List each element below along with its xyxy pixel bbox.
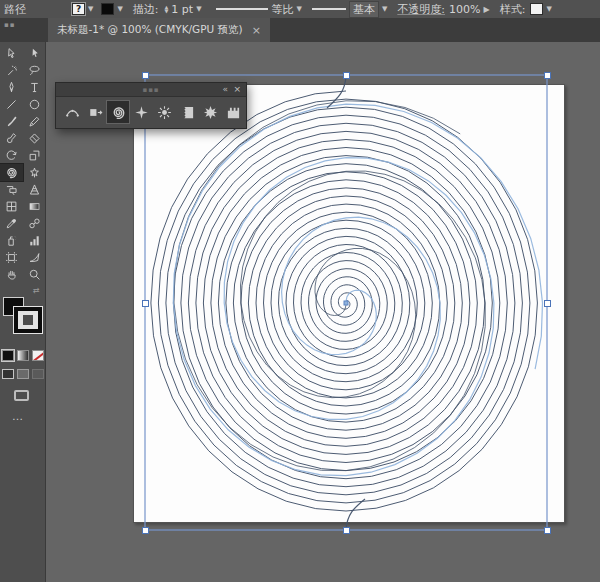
brush-definition-dropdown[interactable]: 基本 bbox=[349, 1, 379, 18]
selection-tool-icon bbox=[5, 47, 18, 60]
toolbar-lasso-tool[interactable] bbox=[23, 62, 46, 79]
liquify-pucker-tool[interactable] bbox=[130, 101, 152, 123]
draw-normal-button[interactable] bbox=[2, 369, 14, 379]
toolbar-free-transform-tool[interactable] bbox=[23, 164, 46, 181]
toolbar-mesh-tool[interactable] bbox=[0, 198, 23, 215]
selection-handle[interactable] bbox=[343, 527, 350, 534]
ellipse-tool-icon bbox=[28, 98, 41, 111]
toolbar-line-segment-tool[interactable] bbox=[0, 96, 23, 113]
fill-stroke-indicator bbox=[0, 295, 46, 347]
toolbar-pen-tool[interactable] bbox=[0, 79, 23, 96]
more-tools-button[interactable]: … bbox=[12, 410, 24, 423]
toolbar-paintbrush-tool[interactable] bbox=[0, 113, 23, 130]
toolbar-perspective-grid-tool[interactable] bbox=[23, 181, 46, 198]
shape-builder-tool-icon bbox=[5, 183, 18, 196]
column-graph-tool-icon bbox=[28, 234, 41, 247]
direct-selection-tool-icon bbox=[28, 47, 41, 60]
chevron-down-icon[interactable]: ▼ bbox=[546, 5, 551, 13]
stroke-weight-stepper[interactable]: ▲▼ bbox=[165, 5, 169, 13]
document-tab-title: 未标题-1* @ 100% (CMYK/GPU 预览) bbox=[57, 23, 243, 37]
screen-mode-button[interactable] bbox=[14, 390, 29, 401]
toolbar-column-graph-tool[interactable] bbox=[23, 232, 46, 249]
crystallize-tool-icon bbox=[203, 105, 218, 120]
selection-outline-path bbox=[173, 104, 542, 475]
stroke-label[interactable]: 描边: bbox=[133, 2, 159, 17]
toolbar-artboard-tool[interactable] bbox=[0, 249, 23, 266]
selection-handle[interactable] bbox=[544, 527, 551, 534]
toolbar-blend-tool[interactable] bbox=[23, 215, 46, 232]
style-label: 样式: bbox=[500, 2, 526, 17]
width-tool-icon bbox=[65, 105, 80, 120]
draw-behind-button[interactable] bbox=[17, 369, 29, 379]
toolbar-magic-wand-tool[interactable] bbox=[0, 62, 23, 79]
liquify-panel-titlebar[interactable]: ▪▪▪ « × bbox=[56, 83, 246, 97]
symbol-sprayer-tool-icon bbox=[5, 234, 18, 247]
toolbar-gradient-tool[interactable] bbox=[23, 198, 46, 215]
line-segment-tool-icon bbox=[5, 98, 18, 111]
toolbar-selection-tool[interactable] bbox=[0, 45, 23, 62]
toolbar-eyedropper-tool[interactable] bbox=[0, 215, 23, 232]
toolbar-type-tool[interactable] bbox=[23, 79, 46, 96]
liquify-tools-panel[interactable]: ▪▪▪ « × bbox=[55, 82, 247, 129]
none-button[interactable] bbox=[32, 350, 44, 361]
rotate-tool-icon bbox=[5, 149, 18, 162]
selection-handle[interactable] bbox=[544, 72, 551, 79]
selection-handle[interactable] bbox=[142, 300, 149, 307]
chevron-down-icon[interactable]: ▼ bbox=[88, 5, 93, 13]
liquify-twirl-tool[interactable] bbox=[107, 101, 129, 123]
liquify-scallop-tool[interactable] bbox=[176, 101, 198, 123]
chevron-down-icon[interactable]: ▼ bbox=[382, 5, 387, 13]
drawing-mode-row bbox=[2, 369, 44, 379]
liquify-wrinkle-tool[interactable] bbox=[222, 101, 244, 123]
stroke-indicator[interactable] bbox=[13, 306, 43, 334]
close-panel-icon[interactable]: × bbox=[233, 83, 241, 95]
stroke-color-swatch[interactable] bbox=[101, 3, 114, 15]
toolbar-slice-tool[interactable] bbox=[23, 249, 46, 266]
toolbar-direct-selection-tool[interactable] bbox=[23, 45, 46, 62]
style-swatch[interactable] bbox=[530, 3, 543, 15]
center-anchor-point[interactable] bbox=[344, 301, 348, 305]
illustrator-window: 路径 ? ▼ ▼ 描边: ▲▼ 1 pt ▼ 等比 ▼ 基本 ▼ 不透明度: 1… bbox=[0, 0, 600, 582]
selection-handle[interactable] bbox=[142, 527, 149, 534]
zoom-tool-icon bbox=[28, 268, 41, 281]
selection-handle[interactable] bbox=[142, 72, 149, 79]
opacity-value[interactable]: 100% bbox=[449, 3, 480, 16]
close-tab-icon[interactable]: × bbox=[252, 24, 261, 37]
width-profile-dropdown[interactable]: 等比 bbox=[272, 2, 294, 17]
selection-handle[interactable] bbox=[544, 300, 551, 307]
liquify-width-tool[interactable] bbox=[61, 101, 83, 123]
liquify-warp-tool[interactable] bbox=[84, 101, 106, 123]
stroke-weight-value[interactable]: 1 pt bbox=[171, 3, 193, 16]
selection-handle[interactable] bbox=[343, 72, 350, 79]
twirl-tool-icon bbox=[5, 166, 18, 179]
toolbar-hand-tool[interactable] bbox=[0, 266, 23, 283]
color-button[interactable] bbox=[2, 350, 14, 361]
chevron-down-icon[interactable]: ▼ bbox=[196, 5, 201, 13]
collapse-panel-icon[interactable]: « bbox=[222, 83, 228, 95]
chevron-down-icon[interactable]: ▼ bbox=[117, 5, 122, 13]
toolbar-scale-tool[interactable] bbox=[23, 147, 46, 164]
eraser-tool-icon bbox=[28, 132, 41, 145]
toolbar-pencil-tool[interactable] bbox=[23, 113, 46, 130]
toolbar-symbol-sprayer-tool[interactable] bbox=[0, 232, 23, 249]
liquify-crystallize-tool[interactable] bbox=[199, 101, 221, 123]
liquify-bloat-tool[interactable] bbox=[153, 101, 175, 123]
opacity-label[interactable]: 不透明度: bbox=[397, 2, 445, 17]
liquify-tool-row bbox=[56, 97, 246, 123]
toolbar-twirl-tool[interactable] bbox=[0, 164, 23, 181]
fill-color-swatch[interactable]: ? bbox=[72, 3, 85, 15]
document-tab[interactable]: 未标题-1* @ 100% (CMYK/GPU 预览) × bbox=[48, 18, 270, 42]
magic-wand-tool-icon bbox=[5, 64, 18, 77]
swap-fill-stroke-icon[interactable]: ⇄ bbox=[33, 286, 40, 295]
gradient-button[interactable] bbox=[17, 350, 29, 361]
toolbar-zoom-tool[interactable] bbox=[23, 266, 46, 283]
chevron-down-icon[interactable]: ▼ bbox=[297, 5, 302, 13]
chevron-right-icon[interactable]: ▶ bbox=[484, 5, 490, 14]
selected-object-label: 路径 bbox=[4, 2, 26, 17]
toolbar-eraser-tool[interactable] bbox=[23, 130, 46, 147]
draw-inside-button[interactable] bbox=[32, 369, 44, 379]
toolbar-ellipse-tool[interactable] bbox=[23, 96, 46, 113]
toolbar-blob-brush-tool[interactable] bbox=[0, 130, 23, 147]
toolbar-shape-builder-tool[interactable] bbox=[0, 181, 23, 198]
toolbar-rotate-tool[interactable] bbox=[0, 147, 23, 164]
